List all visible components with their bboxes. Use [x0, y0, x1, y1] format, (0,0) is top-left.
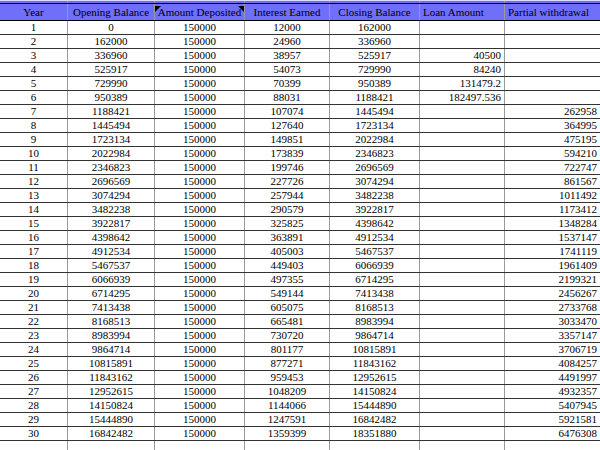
- cell-interest-earned[interactable]: 290579: [245, 203, 330, 216]
- cell-interest-earned[interactable]: 38957: [245, 49, 330, 62]
- cell-amount-deposited[interactable]: 150000: [155, 259, 245, 272]
- cell-amount-deposited[interactable]: 150000: [155, 133, 245, 146]
- cell-amount-deposited[interactable]: 150000: [155, 329, 245, 342]
- cell-interest-earned[interactable]: 227726: [245, 175, 330, 188]
- cell-closing-balance[interactable]: 8983994: [330, 315, 420, 328]
- cell-closing-balance[interactable]: 6066939: [330, 259, 420, 272]
- cell-opening-balance[interactable]: 7413438: [68, 301, 155, 314]
- cell-loan-amount[interactable]: 84240: [420, 63, 505, 76]
- column-header-interest-earned[interactable]: Interest Earned: [245, 4, 330, 20]
- cell-partial-withdrawal[interactable]: [505, 91, 600, 104]
- cell-closing-balance[interactable]: 8168513: [330, 301, 420, 314]
- cell-interest-earned[interactable]: 12000: [245, 21, 330, 34]
- cell-loan-amount[interactable]: [420, 175, 505, 188]
- cell-loan-amount[interactable]: [420, 119, 505, 132]
- cell-year[interactable]: 27: [0, 385, 68, 398]
- cell-amount-deposited[interactable]: 150000: [155, 63, 245, 76]
- cell-closing-balance[interactable]: 11843162: [330, 357, 420, 370]
- cell-opening-balance[interactable]: 15444890: [68, 413, 155, 426]
- cell-partial-withdrawal[interactable]: 4932357: [505, 385, 600, 398]
- column-header-closing-balance[interactable]: Closing Balance: [330, 4, 420, 20]
- cell-year[interactable]: 26: [0, 371, 68, 384]
- cell-amount-deposited[interactable]: 150000: [155, 399, 245, 412]
- cell-interest-earned[interactable]: 70399: [245, 77, 330, 90]
- cell-interest-earned[interactable]: 1359399: [245, 427, 330, 440]
- cell-opening-balance[interactable]: 1445494: [68, 119, 155, 132]
- cell-closing-balance[interactable]: 1445494: [330, 105, 420, 118]
- column-header-loan-amount[interactable]: Loan Amount: [420, 4, 505, 20]
- cell-partial-withdrawal[interactable]: [505, 49, 600, 62]
- cell-year[interactable]: 17: [0, 245, 68, 258]
- cell-opening-balance[interactable]: 1188421: [68, 105, 155, 118]
- cell-amount-deposited[interactable]: 150000: [155, 231, 245, 244]
- cell-year[interactable]: 21: [0, 301, 68, 314]
- cell-opening-balance[interactable]: 2346823: [68, 161, 155, 174]
- cell-opening-balance[interactable]: 6066939: [68, 273, 155, 286]
- cell-partial-withdrawal[interactable]: 1011492: [505, 189, 600, 202]
- cell-opening-balance[interactable]: 3922817: [68, 217, 155, 230]
- cell-partial-withdrawal[interactable]: 5921581: [505, 413, 600, 426]
- cell-amount-deposited[interactable]: 150000: [155, 273, 245, 286]
- cell-closing-balance[interactable]: 14150824: [330, 385, 420, 398]
- cell-interest-earned[interactable]: 959453: [245, 371, 330, 384]
- cell-partial-withdrawal[interactable]: 594210: [505, 147, 600, 160]
- cell-year[interactable]: 18: [0, 259, 68, 272]
- cell-year[interactable]: 24: [0, 343, 68, 356]
- cell-loan-amount[interactable]: [420, 245, 505, 258]
- cell-amount-deposited[interactable]: 150000: [155, 385, 245, 398]
- cell-opening-balance[interactable]: 4912534: [68, 245, 155, 258]
- cell-partial-withdrawal[interactable]: 861567: [505, 175, 600, 188]
- cell-interest-earned[interactable]: 88031: [245, 91, 330, 104]
- cell-opening-balance[interactable]: 14150824: [68, 399, 155, 412]
- cell-amount-deposited[interactable]: 150000: [155, 49, 245, 62]
- cell-loan-amount[interactable]: [420, 147, 505, 160]
- cell-loan-amount[interactable]: 40500: [420, 49, 505, 62]
- cell-interest-earned[interactable]: 1144066: [245, 399, 330, 412]
- cell-interest-earned[interactable]: 173839: [245, 147, 330, 160]
- cell-partial-withdrawal[interactable]: 4491997: [505, 371, 600, 384]
- cell-partial-withdrawal[interactable]: 1348284: [505, 217, 600, 230]
- cell-closing-balance[interactable]: 3074294: [330, 175, 420, 188]
- cell-closing-balance[interactable]: 9864714: [330, 329, 420, 342]
- cell-opening-balance[interactable]: 10815891: [68, 357, 155, 370]
- cell-amount-deposited[interactable]: 150000: [155, 287, 245, 300]
- cell-closing-balance[interactable]: 336960: [330, 35, 420, 48]
- cell-interest-earned[interactable]: 24960: [245, 35, 330, 48]
- cell-year[interactable]: 19: [0, 273, 68, 286]
- cell-loan-amount[interactable]: [420, 427, 505, 440]
- cell-partial-withdrawal[interactable]: 4084257: [505, 357, 600, 370]
- cell-year[interactable]: 28: [0, 399, 68, 412]
- cell-loan-amount[interactable]: 131479.2: [420, 77, 505, 90]
- cell-loan-amount[interactable]: [420, 203, 505, 216]
- cell-year[interactable]: 8: [0, 119, 68, 132]
- cell-year[interactable]: 22: [0, 315, 68, 328]
- cell-closing-balance[interactable]: 18351880: [330, 427, 420, 440]
- cell-amount-deposited[interactable]: 150000: [155, 147, 245, 160]
- cell-closing-balance[interactable]: 2346823: [330, 147, 420, 160]
- cell-partial-withdrawal[interactable]: 3033470: [505, 315, 600, 328]
- cell-closing-balance[interactable]: 525917: [330, 49, 420, 62]
- cell-interest-earned[interactable]: 497355: [245, 273, 330, 286]
- cell-closing-balance[interactable]: 162000: [330, 21, 420, 34]
- cell-amount-deposited[interactable]: 150000: [155, 21, 245, 34]
- cell-partial-withdrawal[interactable]: [505, 77, 600, 90]
- cell-year[interactable]: 23: [0, 329, 68, 342]
- cell-loan-amount[interactable]: [420, 413, 505, 426]
- cell-loan-amount[interactable]: [420, 189, 505, 202]
- column-header-amount-deposited[interactable]: Amount Deposited: [155, 4, 245, 20]
- cell-opening-balance[interactable]: 162000: [68, 35, 155, 48]
- cell-year[interactable]: 20: [0, 287, 68, 300]
- cell-closing-balance[interactable]: 6714295: [330, 273, 420, 286]
- column-header-opening-balance[interactable]: Opening Balance: [68, 4, 155, 20]
- cell-closing-balance[interactable]: 1723134: [330, 119, 420, 132]
- cell-partial-withdrawal[interactable]: 3357147: [505, 329, 600, 342]
- cell-amount-deposited[interactable]: 150000: [155, 217, 245, 230]
- cell-amount-deposited[interactable]: 150000: [155, 427, 245, 440]
- cell-interest-earned[interactable]: 730720: [245, 329, 330, 342]
- cell-amount-deposited[interactable]: 150000: [155, 343, 245, 356]
- cell-opening-balance[interactable]: 0: [68, 21, 155, 34]
- column-header-year[interactable]: Year: [0, 4, 68, 20]
- cell-partial-withdrawal[interactable]: 6476308: [505, 427, 600, 440]
- cell-year[interactable]: 16: [0, 231, 68, 244]
- cell-amount-deposited[interactable]: 150000: [155, 203, 245, 216]
